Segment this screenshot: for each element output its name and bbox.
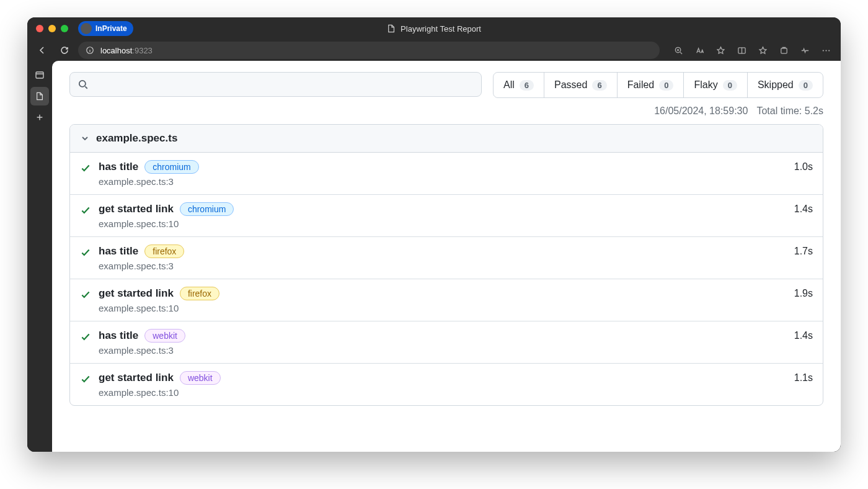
report-total-time: Total time: 5.2s xyxy=(756,105,823,117)
test-path: example.spec.ts:3 xyxy=(99,345,787,356)
check-icon xyxy=(80,289,91,300)
titlebar: InPrivate Playwright Test Report xyxy=(27,17,841,40)
search-input[interactable] xyxy=(69,72,482,97)
filter-count: 0 xyxy=(659,80,673,91)
more-button[interactable] xyxy=(817,42,835,59)
filter-flaky[interactable]: Flaky 0 xyxy=(684,73,747,97)
filter-count: 6 xyxy=(520,80,534,91)
split-icon xyxy=(737,46,746,55)
profile-avatar-icon xyxy=(81,23,92,34)
test-title: get started link xyxy=(99,372,174,384)
test-row[interactable]: get started link webkit example.spec.ts:… xyxy=(70,364,823,405)
test-row[interactable]: get started link firefox example.spec.ts… xyxy=(70,279,823,321)
test-row[interactable]: has title chromium example.spec.ts:3 1.0… xyxy=(70,153,823,195)
file-name: example.spec.ts xyxy=(96,132,177,145)
traffic-lights xyxy=(36,25,68,32)
test-duration: 1.7s xyxy=(794,246,813,257)
back-button[interactable] xyxy=(33,42,51,59)
test-path: example.spec.ts:10 xyxy=(99,303,787,313)
collections-icon xyxy=(779,46,789,55)
svg-point-4 xyxy=(822,50,823,51)
filter-failed[interactable]: Failed 0 xyxy=(618,73,684,97)
test-title: get started link xyxy=(99,287,174,300)
favorite-button[interactable] xyxy=(712,42,729,59)
collections-button[interactable] xyxy=(775,42,792,59)
sidebar-new-tab-button[interactable] xyxy=(30,108,49,127)
browser-badge: webkit xyxy=(144,329,185,343)
file-header[interactable]: example.spec.ts xyxy=(70,125,823,153)
url-input[interactable]: localhost:9323 xyxy=(78,42,660,59)
minimize-window-button[interactable] xyxy=(48,25,56,32)
test-duration: 1.4s xyxy=(794,330,813,341)
url-port: :9323 xyxy=(132,46,153,55)
browser-badge: chromium xyxy=(144,160,198,174)
address-bar: localhost:9323 xyxy=(27,40,841,61)
read-aloud-button[interactable] xyxy=(691,42,708,59)
svg-rect-3 xyxy=(781,48,786,53)
filter-skipped[interactable]: Skipped 0 xyxy=(748,73,823,97)
sidebar-tabs-button[interactable] xyxy=(30,66,49,84)
inprivate-badge[interactable]: InPrivate xyxy=(78,21,133,36)
test-row[interactable]: has title firefox example.spec.ts:3 1.7s xyxy=(70,237,823,279)
test-title: has title xyxy=(99,161,138,173)
test-row[interactable]: has title webkit example.spec.ts:3 1.4s xyxy=(70,321,823,364)
more-icon xyxy=(822,46,831,55)
filter-count: 0 xyxy=(723,80,737,91)
close-window-button[interactable] xyxy=(36,25,43,32)
chevron-down-icon xyxy=(80,133,90,143)
arrow-left-icon xyxy=(37,45,47,55)
filter-tabs: All 6 Passed 6 Failed 0 Flaky xyxy=(493,72,823,98)
browser-badge: chromium xyxy=(180,202,234,216)
performance-button[interactable] xyxy=(796,42,813,59)
check-icon xyxy=(80,247,91,258)
filter-count: 6 xyxy=(592,80,606,91)
check-icon xyxy=(80,374,91,385)
refresh-icon xyxy=(60,45,69,55)
test-path: example.spec.ts:3 xyxy=(99,261,787,271)
svg-rect-7 xyxy=(36,72,43,78)
meta-row: 16/05/2024, 18:59:30 Total time: 5.2s xyxy=(69,105,823,117)
toolbar-right xyxy=(670,42,835,59)
svg-point-6 xyxy=(828,50,830,51)
zoom-button[interactable] xyxy=(670,42,687,59)
browser-body: All 6 Passed 6 Failed 0 Flaky xyxy=(27,61,841,452)
tab-title[interactable]: Playwright Test Report xyxy=(387,24,481,34)
browser-badge: firefox xyxy=(180,287,219,300)
test-row[interactable]: get started link chromium example.spec.t… xyxy=(70,195,823,237)
panel-icon xyxy=(35,70,45,80)
info-icon xyxy=(86,46,94,55)
sidebar-current-tab[interactable] xyxy=(30,87,49,105)
filter-label: Passed xyxy=(554,79,587,91)
plus-icon xyxy=(35,113,44,122)
search-icon xyxy=(78,79,89,90)
inprivate-label: InPrivate xyxy=(95,24,127,33)
filter-label: Failed xyxy=(627,79,655,91)
refresh-button[interactable] xyxy=(56,42,73,59)
split-screen-button[interactable] xyxy=(733,42,750,59)
star-icon xyxy=(716,46,725,55)
test-duration: 1.4s xyxy=(794,204,813,215)
test-title: get started link xyxy=(99,203,174,215)
filter-all[interactable]: All 6 xyxy=(494,73,544,97)
filter-label: All xyxy=(503,79,515,91)
browser-window: InPrivate Playwright Test Report localho… xyxy=(27,17,841,452)
test-path: example.spec.ts:10 xyxy=(99,218,787,229)
maximize-window-button[interactable] xyxy=(61,25,68,32)
filter-passed[interactable]: Passed 6 xyxy=(544,73,618,97)
filter-label: Skipped xyxy=(758,79,794,91)
test-duration: 1.9s xyxy=(794,288,813,299)
check-icon xyxy=(80,163,91,174)
check-icon xyxy=(80,205,91,216)
file-icon xyxy=(35,92,44,101)
report-timestamp: 16/05/2024, 18:59:30 xyxy=(654,105,748,117)
star-plus-icon xyxy=(758,46,768,55)
url-host: localhost xyxy=(100,46,132,55)
test-title: has title xyxy=(99,330,138,342)
report-topbar: All 6 Passed 6 Failed 0 Flaky xyxy=(69,72,823,98)
file-icon xyxy=(387,24,396,33)
favorites-bar-button[interactable] xyxy=(754,42,771,59)
test-path: example.spec.ts:3 xyxy=(99,176,787,187)
report-page: All 6 Passed 6 Failed 0 Flaky xyxy=(52,61,841,452)
text-size-icon xyxy=(695,46,704,55)
heartbeat-icon xyxy=(800,46,810,55)
